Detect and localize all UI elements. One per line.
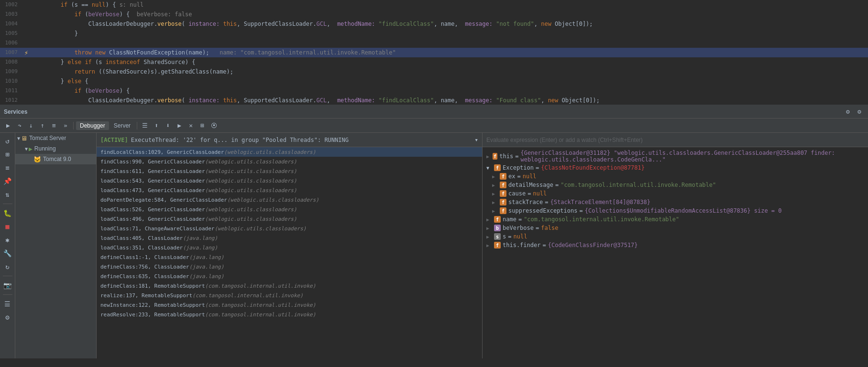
var-name: this.finder [503, 242, 540, 248]
refresh-icon[interactable]: ↻ [1, 260, 14, 273]
camera-icon[interactable]: 📷 [1, 279, 14, 291]
var-item[interactable]: ▶fthis={GenericClassLoader@31182} "weblo… [483, 149, 868, 163]
sync-icon[interactable]: ↺ [1, 135, 14, 147]
run-icon[interactable]: ▶ [174, 120, 185, 131]
tab-server[interactable]: Server [110, 121, 134, 130]
more-icon[interactable]: » [60, 120, 71, 131]
var-item[interactable]: ▶fcause=null [483, 189, 868, 198]
stack-item[interactable]: defineClass1:-1, ClassLoader (java.lang) [97, 252, 482, 262]
stack-item[interactable]: loadClass:543, GenericClassLoader (weblo… [97, 176, 482, 185]
stack-method: loadClass:405, ClassLoader [100, 235, 183, 241]
columns-icon[interactable]: ⦿ [209, 120, 219, 131]
stack-item[interactable]: loadClass:405, ClassLoader (java.lang) [97, 233, 482, 243]
cog-icon[interactable]: ⚙ [1, 311, 14, 324]
stack-package: (java.lang) [189, 264, 224, 270]
var-equals: = [580, 207, 583, 214]
layout-icon[interactable]: ⊞ [1, 148, 14, 161]
right-panel: Evaluate expression (Enter) or add a wat… [483, 133, 868, 358]
filter2-icon[interactable]: ≡ [1, 162, 14, 174]
stack-item[interactable]: doParentDelegate:584, GenericClassLoader… [97, 195, 482, 205]
tools-icon[interactable]: 🔧 [1, 247, 14, 259]
step-into-icon[interactable]: ↓ [26, 120, 36, 131]
stack-package: (weblogic.utils.classloaders) [205, 206, 297, 213]
eval-placeholder: Evaluate expression (Enter) or add a wat… [486, 137, 643, 143]
stack-item[interactable]: readResolve:233, RemotableSupport (com.t… [97, 310, 482, 319]
stack-item[interactable]: defineClass:756, ClassLoader (java.lang) [97, 262, 482, 271]
list-icon[interactable]: ☰ [140, 120, 150, 131]
toolbar-separator [73, 122, 74, 130]
stack-method: defineClass1:-1, ClassLoader [100, 254, 189, 260]
tomcat9-label: Tomcat 9.0 [43, 156, 71, 162]
gear-icon[interactable]: ⚙ [855, 107, 864, 117]
settings-icon[interactable]: ⚙ [843, 107, 853, 117]
stack-package: (com.tangosol.internal.util.invoke) [205, 283, 316, 289]
stack-item[interactable]: findLocalClass:1029, GenericClassLoader … [97, 147, 482, 157]
resume-icon[interactable]: ▶ [3, 120, 13, 131]
sort-icon[interactable]: ⇅ [1, 188, 14, 201]
code-line-1010: 1010 } else { [0, 76, 868, 86]
var-type-icon: b [494, 225, 501, 231]
down-icon[interactable]: ⬇ [163, 120, 173, 131]
stack-item[interactable]: defineClass:635, ClassLoader (java.lang) [97, 271, 482, 281]
var-expand-arrow: ▶ [492, 200, 498, 205]
stack-method: loadClass:543, GenericClassLoader [100, 178, 205, 184]
var-item[interactable]: ▶ss=null [483, 232, 868, 241]
var-type-icon: f [500, 207, 506, 214]
var-item[interactable]: ▶fex=null [483, 172, 868, 181]
stop2-icon[interactable]: ■ [1, 220, 14, 233]
up-icon[interactable]: ⬆ [151, 120, 162, 131]
stack-item[interactable]: loadClass:496, GenericClassLoader (weblo… [97, 214, 482, 224]
var-item[interactable]: ▶fdetailMessage="com.tangosol.internal.u… [483, 181, 868, 189]
tab-debugger[interactable]: Debugger [76, 121, 109, 130]
filter-icon[interactable]: ≡ [49, 120, 59, 131]
var-item[interactable]: ▶fsuppressedExceptions={Collections$Unmo… [483, 206, 868, 215]
var-expand-arrow: ▶ [492, 174, 498, 179]
stop-icon[interactable]: ✕ [186, 120, 196, 131]
var-item[interactable]: ▶fstackTrace={StackTraceElement[84]@8783… [483, 198, 868, 206]
var-item[interactable]: ▼fException={ClassNotFoundException@8778… [483, 163, 868, 172]
var-type-icon: f [494, 164, 501, 171]
stack-item[interactable]: loadClass:526, GenericClassLoader (weblo… [97, 205, 482, 214]
code-line-1009: 1009 return ((SharedSource)s).getSharedC… [0, 67, 868, 76]
thread-filter-icon[interactable]: ▾ [474, 136, 478, 143]
stack-item[interactable]: realize:137, RemotableSupport (com.tango… [97, 291, 482, 300]
stack-item[interactable]: loadClass:351, ClassLoader (java.lang) [97, 243, 482, 252]
tree-item-running[interactable]: ▼ ▶ Running [15, 143, 96, 154]
stack-method: loadClass:351, ClassLoader [100, 245, 183, 251]
separator [3, 204, 12, 204]
settings2-icon[interactable]: ✱ [1, 234, 14, 246]
debug-icon[interactable]: 🐛 [1, 207, 14, 219]
var-expand-arrow: ▶ [486, 154, 491, 159]
var-item[interactable]: ▶bbeVerbose=false [483, 224, 868, 232]
table-icon[interactable]: ⊞ [197, 120, 208, 131]
stack-item[interactable]: loadClass:71, ChangeAwareClassLoader (we… [97, 224, 482, 233]
left-panel: ▼ 🖥 Tomcat Server ▼ ▶ Running 🐱 Tomcat 9… [15, 133, 97, 358]
step-over-icon[interactable]: ↷ [14, 120, 25, 131]
var-name: stackTrace [508, 199, 543, 205]
tree-arrow-tomcat: ▼ [17, 136, 20, 141]
thread-info: ExecuteThread: '22' for q... in group "P… [131, 137, 472, 143]
var-expand-arrow: ▶ [492, 208, 498, 214]
eval-bar[interactable]: Evaluate expression (Enter) or add a wat… [483, 133, 868, 147]
tree-item-tomcat9[interactable]: 🐱 Tomcat 9.0 [15, 154, 96, 164]
var-expand-arrow: ▶ [486, 234, 492, 239]
stack-item[interactable]: loadClass:473, GenericClassLoader (weblo… [97, 185, 482, 195]
stack-package: (java.lang) [183, 245, 218, 251]
code-line-1005: 1005 } [0, 29, 868, 38]
stack-method: loadClass:496, GenericClassLoader [100, 216, 205, 222]
stack-list[interactable]: findLocalClass:1029, GenericClassLoader … [97, 147, 482, 358]
layers-icon[interactable]: ☰ [1, 298, 14, 310]
stack-package: (weblogic.utils.classloaders) [224, 149, 316, 155]
tree-item-tomcat-server[interactable]: ▼ 🖥 Tomcat Server [15, 133, 96, 143]
var-name: Exception [503, 164, 534, 171]
step-out-icon[interactable]: ↑ [37, 120, 48, 131]
stack-item[interactable]: defineClass:181, RemotableSupport (com.t… [97, 281, 482, 291]
stack-item[interactable]: findClass:611, GenericClassLoader (weblo… [97, 166, 482, 176]
var-item[interactable]: ▶fname="com.tangosol.internal.util.invok… [483, 215, 868, 224]
stack-item[interactable]: newInstance:122, RemotableSupport (com.t… [97, 300, 482, 310]
var-item[interactable]: ▶fthis.finder={CodeGenClassFinder@37517} [483, 241, 868, 249]
stack-package: (weblogic.utils.classloaders) [205, 159, 297, 165]
code-line-1004: 1004 ClassLoaderDebugger.verbose( instan… [0, 19, 868, 29]
pin-icon[interactable]: 📌 [1, 175, 14, 187]
stack-item[interactable]: findClass:990, GenericClassLoader (weblo… [97, 157, 482, 166]
